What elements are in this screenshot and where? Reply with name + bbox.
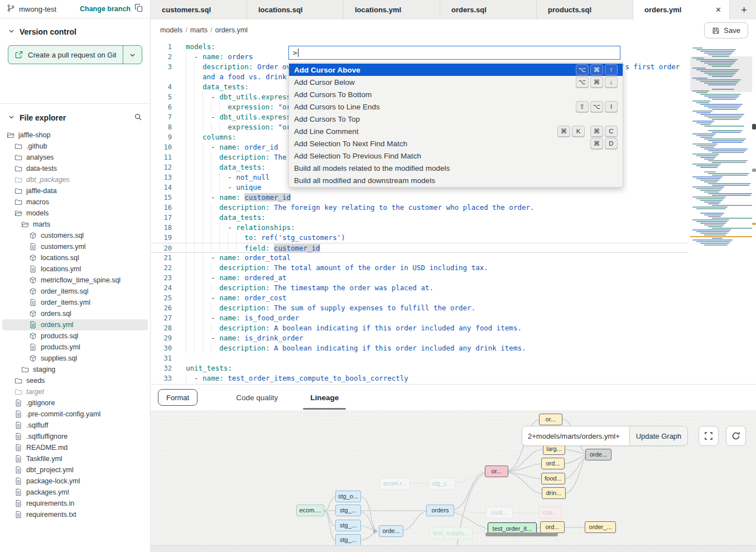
palette-item[interactable]: Add Cursors To Top: [289, 113, 623, 125]
palette-item[interactable]: Add Cursor Above⌥⌘↑: [289, 64, 623, 76]
file-tree-item-.pre-commit-config.yaml[interactable]: .pre-commit-config.yaml: [2, 409, 148, 420]
panel-tab-lineage[interactable]: Lineage: [296, 385, 353, 410]
code-line[interactable]: 20field: customer_id: [151, 243, 688, 253]
editor-scrollbar[interactable]: [752, 40, 756, 384]
code-line[interactable]: 31: [151, 353, 689, 363]
palette-item[interactable]: Add Line Comment⌘K⌘C: [289, 125, 623, 137]
lineage-node-or[interactable]: or...: [539, 414, 562, 425]
file-tree-item-products.yml[interactable]: products.yml: [2, 342, 148, 353]
file-tree-item-analyses[interactable]: analyses: [2, 152, 148, 163]
file-tree-item-staging[interactable]: staging: [2, 364, 148, 375]
code-editor[interactable]: 1models:2- name: orders3description: Ord…: [151, 40, 756, 384]
file-tree-item-data-tests[interactable]: data-tests: [2, 163, 148, 174]
code-line[interactable]: 26description: The sum of supply expense…: [151, 303, 689, 313]
file-tree-item-requirements.txt[interactable]: requirements.txt: [2, 509, 148, 520]
tab-locations.yml[interactable]: locations.yml: [344, 0, 440, 20]
file-explorer-header[interactable]: File explorer: [0, 104, 150, 127]
fullscreen-button[interactable]: [699, 426, 719, 446]
palette-item[interactable]: Add Cursor Below⌥⌘↓: [289, 76, 623, 88]
command-palette-input[interactable]: >: [288, 46, 620, 60]
file-tree-item-customers.sql[interactable]: customers.sql: [2, 230, 148, 241]
palette-item[interactable]: Add Cursors To Bottom: [289, 88, 623, 100]
code-line[interactable]: 19to: ref('stg_customers'): [151, 233, 689, 243]
file-tree-item-orders.sql[interactable]: orders.sql: [2, 308, 148, 319]
change-branch-link[interactable]: Change branch: [80, 5, 131, 13]
code-line[interactable]: 25- name: order_cost: [151, 293, 689, 303]
code-line[interactable]: 22description: The total amount of the o…: [151, 263, 689, 273]
file-tree-item-marts[interactable]: marts: [2, 219, 148, 230]
panel-tab-code-quality[interactable]: Code quality: [222, 385, 292, 410]
lineage-node-or[interactable]: or...: [485, 465, 508, 477]
file-tree-item-dbt_project.yml[interactable]: dbt_project.yml: [2, 464, 148, 476]
palette-item[interactable]: Add Cursors to Line Ends⇧⌥I: [289, 100, 623, 113]
file-tree-item-target[interactable]: target: [2, 386, 148, 397]
file-tree-item-locations.yml[interactable]: locations.yml: [2, 263, 148, 275]
search-icon[interactable]: [134, 113, 142, 123]
code-line[interactable]: 23- name: ordered_at: [151, 273, 689, 283]
update-graph-button[interactable]: Update Graph: [629, 426, 687, 445]
lineage-node-stg_c[interactable]: stg_c...: [428, 478, 455, 489]
create-pr-button[interactable]: Create a pull request on Git...: [8, 45, 142, 64]
lineage-node-cust[interactable]: cust...: [486, 507, 513, 519]
code-line[interactable]: 33- name: test_order_items_compute_to_bo…: [151, 373, 689, 383]
file-tree-item-metricflow_time_spine.sql[interactable]: metricflow_time_spine.sql: [2, 275, 148, 286]
tab-products.sql[interactable]: products.sql: [537, 0, 633, 20]
tab-customers.sql[interactable]: customers.sql: [151, 0, 247, 20]
palette-item[interactable]: Build all modified and downstream models: [289, 174, 623, 186]
close-tab-icon[interactable]: ✕: [715, 6, 721, 14]
lineage-node-stg_[interactable]: stg_...: [335, 505, 361, 516]
version-control-header[interactable]: Version control: [0, 18, 150, 41]
lineage-node-ord[interactable]: ord...: [540, 521, 565, 533]
lineage-node-ecom[interactable]: ecom....: [296, 505, 324, 516]
file-tree-item-products.sql[interactable]: products.sql: [2, 330, 148, 342]
file-tree-item-dbt_packages[interactable]: dbt_packages: [2, 174, 148, 185]
lineage-canvas[interactable]: or...larg...ord...or...food...drin...ord…: [151, 410, 756, 545]
code-line[interactable]: 18- relationships:: [151, 223, 689, 233]
file-tree-item-jaffle-shop[interactable]: jaffle-shop: [2, 129, 148, 141]
lineage-node-food[interactable]: food...: [541, 473, 565, 484]
file-tree-item-requirements.in[interactable]: requirements.in: [2, 498, 148, 509]
file-tree-item-jaffle-data[interactable]: jaffle-data: [2, 185, 148, 196]
lineage-node-stg_o[interactable]: stg_o...: [335, 491, 361, 502]
code-line[interactable]: 21- name: order_total: [151, 253, 689, 263]
lineage-node-stg_[interactable]: stg_...: [335, 520, 361, 531]
palette-item[interactable]: Build all models related to the modified…: [289, 162, 623, 174]
lineage-node-test_supply[interactable]: test_supply...: [429, 527, 473, 539]
file-tree-item-supplies.sql[interactable]: supplies.sql: [2, 353, 148, 364]
lineage-node-drin[interactable]: drin...: [542, 487, 566, 499]
tab-orders.yml[interactable]: orders.yml✕: [633, 0, 730, 20]
tab-orders.sql[interactable]: orders.sql: [440, 0, 537, 20]
lineage-hscrollbar-thumb[interactable]: [485, 532, 558, 536]
breadcrumb-part[interactable]: marts: [190, 26, 208, 34]
file-tree-item-order_items.sql[interactable]: order_items.sql: [2, 286, 148, 297]
lineage-node-orde[interactable]: orde...: [379, 525, 403, 537]
code-line[interactable]: 30description: A boolean indicating if t…: [151, 343, 689, 353]
file-tree-item-locations.sql[interactable]: locations.sql: [2, 252, 148, 263]
lineage-search-input[interactable]: [522, 426, 629, 445]
minimap[interactable]: [690, 47, 752, 249]
bottom-scrollbar-track[interactable]: [151, 545, 756, 552]
file-tree-item-macros[interactable]: macros: [2, 196, 148, 208]
lineage-node-order_[interactable]: order_...: [585, 521, 616, 533]
code-line[interactable]: 29- name: is_drink_order: [151, 333, 689, 343]
new-tab-button[interactable]: +: [732, 0, 756, 20]
code-line[interactable]: 15- name: customer_id: [151, 193, 689, 203]
file-tree-item-.gitignore[interactable]: .gitignore: [2, 397, 148, 409]
file-tree-item-README.md[interactable]: README.md: [2, 442, 148, 453]
code-line[interactable]: 17data_tests:: [151, 213, 689, 223]
file-tree-item-order_items.yml[interactable]: order_items.yml: [2, 297, 148, 308]
pr-dropdown-button[interactable]: [123, 46, 142, 64]
breadcrumb-part[interactable]: orders.yml: [215, 26, 248, 34]
lineage-node-cus[interactable]: cus...: [539, 507, 561, 519]
tab-locations.sql[interactable]: locations.sql: [247, 0, 344, 20]
file-tree-item-packages.yml[interactable]: packages.yml: [2, 487, 148, 498]
file-tree-item-seeds[interactable]: seeds: [2, 375, 148, 386]
lineage-node-orde[interactable]: orde...: [585, 449, 611, 460]
code-line[interactable]: 16description: The foreign key relating …: [151, 203, 689, 213]
file-tree-item-models[interactable]: models: [2, 208, 148, 219]
palette-item[interactable]: Add Selection To Next Find Match⌘D: [289, 137, 623, 150]
lineage-node-ord[interactable]: ord...: [541, 458, 565, 469]
file-tree-item-.github[interactable]: .github: [2, 141, 148, 152]
code-line[interactable]: 27- name: is_food_order: [151, 313, 689, 323]
file-tree-item-.sqlfluff[interactable]: .sqlfluff: [2, 420, 148, 431]
